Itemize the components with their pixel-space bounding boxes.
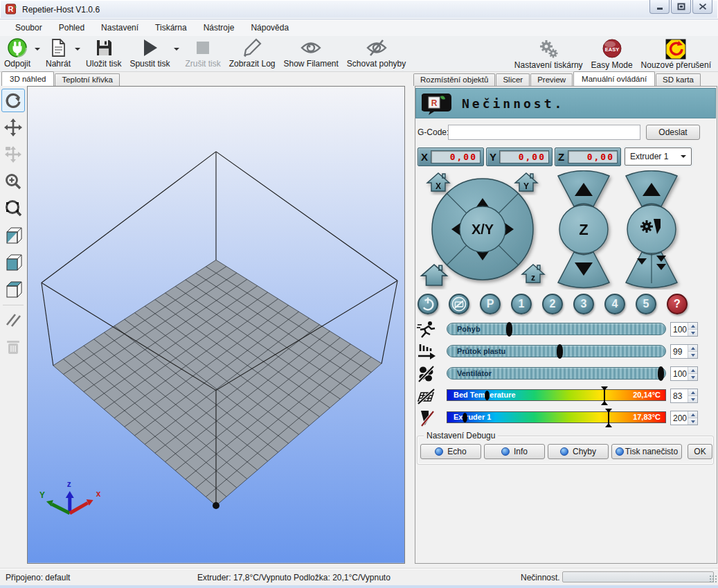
power-icon	[419, 295, 437, 313]
speed-spin-up[interactable]	[688, 323, 697, 330]
hide-travel-moves-button[interactable]: Schovat pohyby	[343, 36, 410, 69]
bed-temp-setpoint-marker[interactable]	[600, 386, 609, 405]
debug-ok-button[interactable]: OK	[688, 444, 712, 459]
gcode-input[interactable]	[448, 125, 640, 140]
tab-sd-karta[interactable]: SD karta	[656, 73, 701, 86]
cancel-print-button: Zrušit tisk	[181, 36, 224, 69]
preheat-5-button[interactable]: 5	[636, 294, 656, 314]
speed-spin-down[interactable]	[688, 330, 697, 336]
parallel-projection-tool[interactable]	[1, 308, 25, 332]
menu-nastroje[interactable]: Nástroje	[195, 21, 243, 35]
fan-spin-down[interactable]	[688, 374, 697, 380]
park-button[interactable]: P	[480, 294, 501, 314]
flow-slider[interactable]: Průtok plastu	[447, 345, 666, 357]
home-x-button[interactable]: X	[427, 173, 449, 191]
extruder-select[interactable]: Extruder 1	[625, 148, 692, 166]
fan-slider[interactable]: Ventilátor	[447, 367, 666, 380]
isometric-view-tool[interactable]	[1, 224, 25, 247]
tab-slicer[interactable]: Slicer	[496, 73, 530, 86]
help-button[interactable]: ?	[667, 294, 688, 314]
maximize-button[interactable]	[671, 0, 691, 14]
menu-napoveda[interactable]: Nápověda	[242, 21, 297, 35]
power-button[interactable]	[418, 294, 438, 314]
extruder-temp-spin-up[interactable]	[688, 411, 697, 418]
flow-spin-down[interactable]	[688, 352, 697, 358]
extruder-temp-value-input[interactable]: 200	[670, 411, 698, 425]
rotate-view-tool[interactable]	[1, 89, 25, 112]
preheat-3-button[interactable]: 3	[573, 294, 594, 314]
rotate-icon	[4, 91, 22, 109]
debug-dry-run-toggle[interactable]: Tisk nanečisto	[611, 444, 682, 459]
dry-run-led-icon	[616, 447, 624, 456]
flow-spin-up[interactable]	[688, 345, 697, 352]
easy-mode-button[interactable]: EASY Easy Mode	[587, 37, 637, 70]
speed-slider-thumb[interactable]	[506, 322, 512, 337]
stop-icon	[192, 37, 214, 58]
menu-nastaveni[interactable]: Nastavení	[93, 21, 147, 35]
preheat-4-button[interactable]: 4	[604, 294, 625, 314]
menu-tiskarna[interactable]: Tiskárna	[147, 21, 195, 35]
tab-3d-nahled[interactable]: 3D náhled	[1, 71, 54, 86]
window-title: Repetier-Host V1.0.6	[22, 5, 100, 15]
fan-value-input[interactable]: 100	[670, 366, 698, 381]
extruder-center-button[interactable]	[627, 205, 676, 253]
fan-slider-thumb[interactable]	[658, 366, 664, 381]
preheat-1-button[interactable]: 1	[511, 294, 532, 314]
save-print-button[interactable]: Uložit tisk	[82, 36, 125, 69]
tab-manualni-ovladani[interactable]: Manuální ovládání	[573, 71, 655, 86]
top-view-tool[interactable]	[1, 278, 25, 301]
debug-echo-toggle[interactable]: Echo	[420, 444, 481, 459]
load-button[interactable]: Nahrát	[42, 36, 75, 69]
delete-object-tool[interactable]	[1, 335, 25, 359]
print-bed-3d-view[interactable]: Y z x	[27, 86, 405, 564]
show-log-button[interactable]: Zobrazit Log	[225, 36, 280, 69]
speed-value-input[interactable]: 100	[670, 322, 698, 337]
connect-dropdown-arrow[interactable]	[35, 39, 42, 60]
connect-button[interactable]: Odpojit	[0, 36, 35, 69]
gcode-label: G-Code:	[418, 127, 449, 137]
front-view-tool[interactable]	[1, 251, 25, 274]
tab-rozmisteni-objektu[interactable]: Rozmístění objektů	[413, 73, 495, 86]
minimize-button[interactable]	[649, 0, 670, 14]
menu-soubor[interactable]: Soubor	[7, 21, 51, 35]
debug-info-toggle[interactable]: Info	[484, 444, 545, 459]
start-print-dropdown-arrow[interactable]	[174, 39, 181, 60]
extruder-temp-current: 17,83°C	[633, 413, 661, 421]
flow-slider-thumb[interactable]	[557, 344, 563, 359]
start-print-button[interactable]: Spustit tisk	[125, 36, 174, 69]
load-dropdown-arrow[interactable]	[75, 39, 82, 60]
preheat-2-button[interactable]: 2	[542, 294, 563, 314]
move-object-tool[interactable]	[1, 143, 25, 166]
move-view-tool[interactable]	[1, 116, 25, 139]
fan-spin-up[interactable]	[688, 367, 697, 374]
home-all-button[interactable]	[422, 265, 447, 285]
close-button[interactable]	[692, 0, 712, 14]
extruder-temp-spin-down[interactable]	[688, 418, 697, 425]
speed-icon	[417, 321, 436, 339]
printer-settings-button[interactable]: Nastavení tiskárny	[510, 37, 587, 70]
speed-slider[interactable]: Pohyb	[447, 323, 666, 335]
extruder-temperature-slider[interactable]: Extruder 1 17,83°C	[447, 411, 666, 423]
tab-preview[interactable]: Preview	[530, 73, 573, 86]
home-y-button[interactable]: Y	[515, 173, 537, 191]
easy-mode-icon: EASY	[601, 39, 623, 60]
info-led-icon	[501, 447, 510, 456]
flow-icon	[417, 343, 436, 361]
send-gcode-button[interactable]: Odeslat	[646, 125, 700, 140]
flow-value-input[interactable]: 99	[670, 344, 698, 359]
debug-errors-toggle[interactable]: Chyby	[548, 444, 609, 459]
bed-temperature-slider[interactable]: Bed Temperature 20,14°C	[447, 389, 666, 401]
zoom-in-tool[interactable]	[1, 170, 25, 193]
tab-teplotni-krivka[interactable]: Teplotní křivka	[55, 73, 120, 86]
show-filament-button[interactable]: Show Filament	[279, 36, 342, 69]
bed-temp-spin-up[interactable]	[688, 389, 697, 396]
home-z-button[interactable]: z	[522, 265, 544, 283]
bed-temp-spin-down[interactable]	[688, 396, 697, 402]
bed-temp-value-input[interactable]: 83	[670, 389, 698, 403]
extruder-temp-setpoint-marker[interactable]	[604, 409, 613, 427]
zoom-fit-tool[interactable]	[1, 197, 25, 220]
resize-grip-icon[interactable]	[710, 576, 717, 582]
menu-pohled[interactable]: Pohled	[51, 21, 93, 35]
motors-off-button[interactable]	[449, 294, 469, 314]
emergency-stop-button[interactable]: Nouzové přerušení	[637, 37, 715, 70]
